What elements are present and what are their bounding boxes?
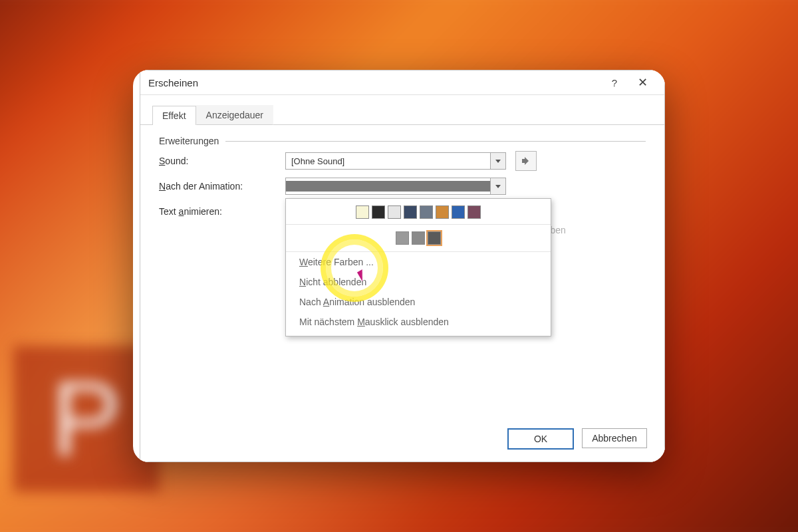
color-swatch[interactable] — [467, 205, 481, 219]
color-swatch[interactable] — [404, 205, 417, 219]
group-enhancements: Erweiterungen — [159, 136, 646, 146]
tab-timing[interactable]: Anzeigedauer — [196, 105, 273, 125]
hide-on-click-item[interactable]: Mit nächstem Mausklick ausblenden — [286, 312, 551, 332]
color-swatch[interactable] — [420, 205, 433, 219]
ok-button[interactable]: OK — [507, 428, 574, 450]
label-animate-text: Text animieren: — [159, 206, 285, 217]
help-icon[interactable]: ? — [600, 77, 628, 88]
dialog-title: Erscheinen — [148, 77, 198, 88]
color-swatch[interactable] — [388, 205, 401, 219]
label-after-animation: Nach der Animation: — [159, 181, 285, 192]
titlebar: Erscheinen ? ✕ — [140, 70, 664, 95]
speaker-icon — [521, 156, 531, 166]
play-sound-button[interactable] — [515, 151, 537, 171]
sound-combobox[interactable]: [Ohne Sound] — [285, 152, 506, 170]
dialog-buttons: OK Abbrechen — [507, 428, 647, 450]
after-animation-color-popup: Weitere Farben ... Nicht abblenden Nach … — [285, 198, 551, 336]
hide-after-animation-item[interactable]: Nach Animation ausblenden — [286, 292, 551, 312]
row-after-animation: Nach der Animation: — [159, 176, 646, 197]
color-swatch[interactable] — [372, 205, 385, 219]
after-animation-combobox[interactable] — [285, 178, 506, 195]
after-animation-swatch — [286, 181, 490, 192]
color-swatch[interactable] — [452, 205, 465, 219]
dont-dim-item[interactable]: Nicht abblenden — [286, 272, 551, 292]
color-swatch[interactable] — [356, 205, 369, 219]
label-sound: Sound: — [159, 156, 285, 166]
cancel-button[interactable]: Abbrechen — [582, 428, 647, 448]
tab-strip: Effekt Anzeigedauer — [140, 95, 664, 125]
sound-value: [Ohne Sound] — [286, 156, 490, 166]
color-swatch[interactable] — [436, 205, 449, 219]
row-sound: Sound: [Ohne Sound] — [159, 150, 646, 172]
effect-options-dialog: Erscheinen ? ✕ Effekt Anzeigedauer Erwei… — [140, 70, 665, 462]
screenshot-card: Fu kt Erscheinen ? ✕ Effekt Anzeigedauer… — [133, 70, 665, 462]
recent-color-row — [286, 224, 551, 252]
chevron-down-icon[interactable] — [490, 153, 505, 169]
theme-color-row — [286, 204, 551, 224]
color-swatch[interactable] — [412, 231, 425, 245]
color-swatch[interactable] — [396, 231, 409, 245]
color-swatch-selected[interactable] — [428, 231, 441, 245]
chevron-down-icon[interactable] — [490, 178, 505, 194]
dialog-content: Erweiterungen Sound: [Ohne Sound] Nach d… — [140, 125, 664, 222]
more-colors-item[interactable]: Weitere Farben ... — [286, 252, 551, 272]
tab-effect[interactable]: Effekt — [152, 106, 196, 125]
close-icon[interactable]: ✕ — [628, 75, 656, 90]
